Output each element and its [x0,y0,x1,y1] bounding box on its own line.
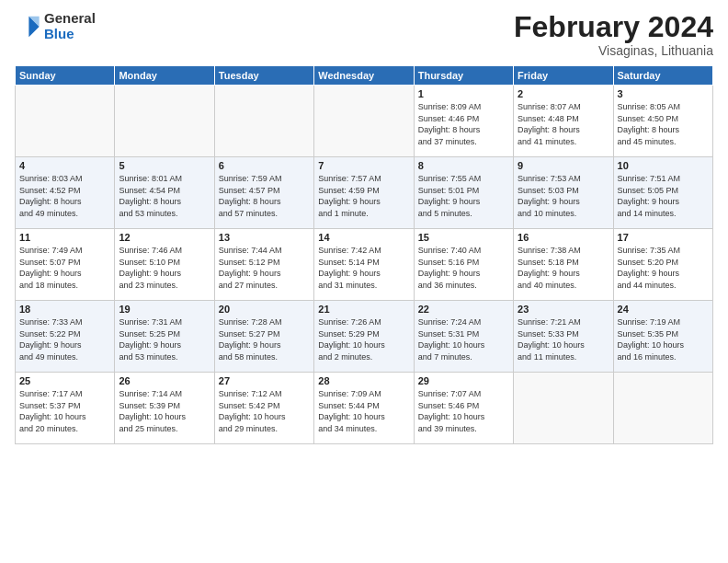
table-row: 10Sunrise: 7:51 AM Sunset: 5:05 PM Dayli… [613,157,712,229]
title-area: February 2024 Visaginas, Lithuania [514,11,713,58]
logo-general-text: General [44,11,96,27]
day-info: Sunrise: 7:28 AM Sunset: 5:27 PM Dayligh… [219,316,310,362]
table-row: 6Sunrise: 7:59 AM Sunset: 4:57 PM Daylig… [214,157,313,229]
table-row: 16Sunrise: 7:38 AM Sunset: 5:18 PM Dayli… [514,229,613,301]
day-info: Sunrise: 7:09 AM Sunset: 5:44 PM Dayligh… [318,388,409,434]
table-row: 20Sunrise: 7:28 AM Sunset: 5:27 PM Dayli… [214,301,313,373]
day-number: 16 [518,232,609,243]
day-number: 10 [618,160,709,171]
calendar-week-row: 25Sunrise: 7:17 AM Sunset: 5:37 PM Dayli… [16,373,713,444]
day-info: Sunrise: 7:07 AM Sunset: 5:46 PM Dayligh… [418,388,509,434]
header-tuesday: Tuesday [214,66,313,86]
table-row: 1Sunrise: 8:09 AM Sunset: 4:46 PM Daylig… [414,86,513,157]
day-info: Sunrise: 7:17 AM Sunset: 5:37 PM Dayligh… [19,388,110,434]
table-row [514,373,613,444]
day-info: Sunrise: 7:40 AM Sunset: 5:16 PM Dayligh… [418,245,509,291]
header: General Blue February 2024 Visaginas, Li… [15,11,713,58]
day-info: Sunrise: 8:09 AM Sunset: 4:46 PM Dayligh… [418,101,509,147]
logo-icon [15,14,40,40]
day-number: 23 [518,304,609,315]
table-row: 13Sunrise: 7:44 AM Sunset: 5:12 PM Dayli… [214,229,313,301]
calendar-week-row: 4Sunrise: 8:03 AM Sunset: 4:52 PM Daylig… [16,157,713,229]
table-row: 19Sunrise: 7:31 AM Sunset: 5:25 PM Dayli… [115,301,214,373]
day-info: Sunrise: 7:38 AM Sunset: 5:18 PM Dayligh… [518,245,609,291]
day-info: Sunrise: 7:19 AM Sunset: 5:35 PM Dayligh… [618,316,709,362]
day-number: 18 [19,304,110,315]
table-row: 17Sunrise: 7:35 AM Sunset: 5:20 PM Dayli… [613,229,712,301]
day-number: 25 [19,375,110,386]
table-row: 11Sunrise: 7:49 AM Sunset: 5:07 PM Dayli… [16,229,115,301]
day-info: Sunrise: 7:55 AM Sunset: 5:01 PM Dayligh… [418,173,509,219]
day-number: 21 [318,304,409,315]
day-number: 22 [418,304,509,315]
day-info: Sunrise: 7:14 AM Sunset: 5:39 PM Dayligh… [119,388,210,434]
table-row [214,86,313,157]
day-number: 4 [19,160,110,171]
day-number: 7 [318,160,409,171]
calendar-week-row: 1Sunrise: 8:09 AM Sunset: 4:46 PM Daylig… [16,86,713,157]
day-number: 9 [518,160,609,171]
day-number: 11 [19,232,110,243]
location-subtitle: Visaginas, Lithuania [514,43,713,58]
table-row: 23Sunrise: 7:21 AM Sunset: 5:33 PM Dayli… [514,301,613,373]
day-info: Sunrise: 7:24 AM Sunset: 5:31 PM Dayligh… [418,316,509,362]
weekday-header-row: Sunday Monday Tuesday Wednesday Thursday… [16,66,713,86]
logo-blue-text: Blue [44,27,96,42]
table-row: 14Sunrise: 7:42 AM Sunset: 5:14 PM Dayli… [314,229,414,301]
day-number: 29 [418,375,509,386]
day-number: 26 [119,375,210,386]
table-row: 28Sunrise: 7:09 AM Sunset: 5:44 PM Dayli… [314,373,414,444]
table-row: 25Sunrise: 7:17 AM Sunset: 5:37 PM Dayli… [16,373,115,444]
calendar-week-row: 18Sunrise: 7:33 AM Sunset: 5:22 PM Dayli… [16,301,713,373]
table-row: 8Sunrise: 7:55 AM Sunset: 5:01 PM Daylig… [414,157,513,229]
header-thursday: Thursday [414,66,513,86]
header-sunday: Sunday [16,66,115,86]
header-friday: Friday [514,66,613,86]
day-number: 5 [119,160,210,171]
table-row: 5Sunrise: 8:01 AM Sunset: 4:54 PM Daylig… [115,157,214,229]
day-number: 12 [119,232,210,243]
day-info: Sunrise: 7:46 AM Sunset: 5:10 PM Dayligh… [119,245,210,291]
table-row: 7Sunrise: 7:57 AM Sunset: 4:59 PM Daylig… [314,157,414,229]
header-saturday: Saturday [613,66,712,86]
day-info: Sunrise: 7:35 AM Sunset: 5:20 PM Dayligh… [618,245,709,291]
day-number: 15 [418,232,509,243]
day-number: 28 [318,375,409,386]
day-number: 14 [318,232,409,243]
day-info: Sunrise: 8:01 AM Sunset: 4:54 PM Dayligh… [119,173,210,219]
day-info: Sunrise: 7:12 AM Sunset: 5:42 PM Dayligh… [219,388,310,434]
table-row: 22Sunrise: 7:24 AM Sunset: 5:31 PM Dayli… [414,301,513,373]
table-row: 12Sunrise: 7:46 AM Sunset: 5:10 PM Dayli… [115,229,214,301]
table-row: 9Sunrise: 7:53 AM Sunset: 5:03 PM Daylig… [514,157,613,229]
table-row: 27Sunrise: 7:12 AM Sunset: 5:42 PM Dayli… [214,373,313,444]
day-info: Sunrise: 7:42 AM Sunset: 5:14 PM Dayligh… [318,245,409,291]
day-info: Sunrise: 8:05 AM Sunset: 4:50 PM Dayligh… [618,101,709,147]
day-number: 2 [518,88,609,99]
day-number: 27 [219,375,310,386]
logo-text: General Blue [44,11,96,41]
page: General Blue February 2024 Visaginas, Li… [0,0,728,563]
day-number: 17 [618,232,709,243]
day-info: Sunrise: 8:03 AM Sunset: 4:52 PM Dayligh… [19,173,110,219]
table-row: 21Sunrise: 7:26 AM Sunset: 5:29 PM Dayli… [314,301,414,373]
day-info: Sunrise: 7:59 AM Sunset: 4:57 PM Dayligh… [219,173,310,219]
day-number: 20 [219,304,310,315]
table-row: 4Sunrise: 8:03 AM Sunset: 4:52 PM Daylig… [16,157,115,229]
header-monday: Monday [115,66,214,86]
day-number: 3 [618,88,709,99]
day-number: 13 [219,232,310,243]
table-row: 2Sunrise: 8:07 AM Sunset: 4:48 PM Daylig… [514,86,613,157]
day-info: Sunrise: 7:49 AM Sunset: 5:07 PM Dayligh… [19,245,110,291]
table-row: 29Sunrise: 7:07 AM Sunset: 5:46 PM Dayli… [414,373,513,444]
day-info: Sunrise: 7:53 AM Sunset: 5:03 PM Dayligh… [518,173,609,219]
day-number: 24 [618,304,709,315]
table-row [16,86,115,157]
day-info: Sunrise: 8:07 AM Sunset: 4:48 PM Dayligh… [518,101,609,147]
day-number: 6 [219,160,310,171]
calendar-week-row: 11Sunrise: 7:49 AM Sunset: 5:07 PM Dayli… [16,229,713,301]
logo: General Blue [15,11,96,41]
day-info: Sunrise: 7:31 AM Sunset: 5:25 PM Dayligh… [119,316,210,362]
month-title: February 2024 [514,11,713,43]
table-row: 26Sunrise: 7:14 AM Sunset: 5:39 PM Dayli… [115,373,214,444]
day-info: Sunrise: 7:57 AM Sunset: 4:59 PM Dayligh… [318,173,409,219]
